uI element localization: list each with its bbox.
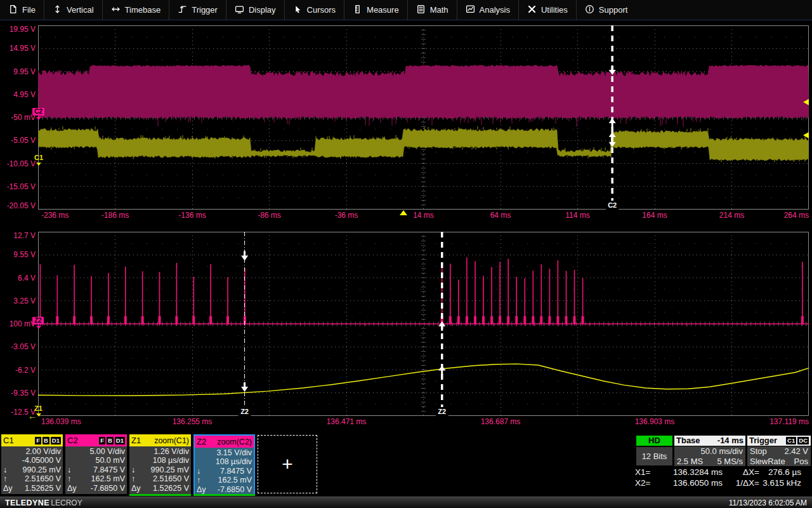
y-axis-label: 4.95 V — [0, 90, 36, 99]
zoom-grid[interactable]: Z2Z2 — [38, 232, 809, 416]
y-axis-label: 3.25 V — [0, 297, 36, 305]
hd-title: HD — [636, 436, 672, 446]
menu-item-trigger[interactable]: Trigger — [169, 0, 226, 20]
value-icon — [131, 456, 142, 465]
value-icon: ↑ — [131, 474, 142, 483]
svg-text:Z2: Z2 — [438, 408, 446, 415]
x1-value: 136.3284 ms — [659, 467, 723, 478]
channel-marker-c1[interactable]: C1 — [32, 154, 45, 161]
x-axis-label: -236 ms — [41, 211, 69, 220]
value-text: -4.05000 V — [14, 456, 61, 465]
plus-icon: + — [282, 455, 293, 474]
menu-item-label: Trigger — [192, 5, 218, 15]
trigger-type: SlewRate — [750, 457, 785, 467]
y-axis-label: -9.35 V — [0, 389, 36, 398]
status-bar: TELEDYNE LECROY 11/13/2023 6:02:05 AM — [0, 497, 812, 508]
timebase-box[interactable]: Tbase -14 ms 50.0 ms/div 2.5 MS 5 MS/s — [674, 436, 745, 466]
menu-item-label: Support — [599, 5, 628, 15]
trace-values: 5.00 V/div50.0 mV↓7.8475 V↑162.5 mVΔy-7.… — [65, 446, 127, 494]
trace-name: Z2 — [197, 437, 206, 446]
trace-subtitle: zoom(C1) — [154, 436, 189, 445]
menu-item-file[interactable]: File — [0, 0, 44, 20]
zoom-link-underline — [193, 494, 255, 496]
value-text: 1.26 V/div — [142, 447, 189, 456]
pointer-icon — [293, 4, 303, 16]
x-axis-label: 264 ms — [784, 211, 809, 220]
trace-name: Z1 — [131, 436, 141, 445]
file-icon — [8, 4, 18, 16]
trace-descriptor-c1[interactable]: C1FBD12.00 V/div-4.05000 V↓990.25 mV↑2.5… — [1, 434, 63, 494]
y-axis-label: -20.05 V — [0, 201, 36, 210]
chart-icon — [466, 4, 475, 16]
x-axis-label: 136.255 ms — [173, 417, 213, 427]
y-axis-label: 9.55 V — [0, 250, 36, 259]
invdx-value: 3.615 kHz — [759, 478, 801, 488]
cursor-readout: X1= 136.3284 ms ΔX= 276.6 µs X2= 136.605… — [635, 467, 804, 488]
menu-item-math[interactable]: Math — [407, 0, 457, 20]
channel-marker-c2[interactable]: C2 — [32, 108, 44, 116]
value-text: 108 µs/div — [207, 457, 252, 466]
menu-item-timebase[interactable]: Timebase — [102, 0, 169, 20]
x-axis-label: 214 ms — [719, 211, 744, 220]
trace-subtitle: zoom(C2) — [217, 438, 252, 446]
add-trace-box[interactable]: + — [258, 435, 317, 493]
menu-item-label: Display — [249, 5, 276, 15]
menu-item-utilities[interactable]: Utilities — [518, 0, 576, 20]
y-axis-label: 14.95 V — [0, 44, 36, 53]
trace-descriptor-z1[interactable]: Z1zoom(C1)1.26 V/div108 µs/div↓990.25 mV… — [129, 434, 191, 494]
trigger-edge-icon — [178, 4, 187, 16]
x-axis-label: 137.119 ms — [769, 417, 809, 427]
hd-resolution-box[interactable]: HD 12 Bits — [636, 436, 672, 465]
trigger-title: Trigger — [749, 436, 777, 446]
value-icon — [3, 447, 14, 456]
value-icon: Δy — [131, 484, 142, 493]
vertical-arrows-icon — [53, 4, 62, 16]
x-axis-label: 136.471 ms — [327, 417, 367, 427]
value-text: 1.52625 V — [142, 484, 189, 493]
trace-badge-b: B — [43, 437, 49, 444]
value-text: 162.5 mV — [207, 476, 252, 485]
value-text: 7.8475 V — [78, 465, 125, 474]
trace-badge-f: F — [35, 437, 41, 444]
z1-offscreen-arrow: ← — [28, 411, 37, 420]
menu-item-cursors[interactable]: Cursors — [284, 0, 344, 20]
channel-marker-arrow — [36, 326, 41, 329]
value-icon: Δy — [197, 485, 207, 494]
menu-item-label: Timebase — [125, 5, 161, 15]
datetime: 11/13/2023 6:02:05 AM — [729, 498, 807, 507]
right-edge-marker — [803, 132, 809, 138]
value-icon: ↓ — [197, 467, 207, 476]
trace-descriptor-c2[interactable]: C2FBD15.00 V/div50.0 mV↓7.8475 V↑162.5 m… — [65, 434, 127, 494]
c2-waveform — [38, 65, 809, 119]
x2-label: X2= — [635, 478, 659, 488]
trace-values: 3.15 V/div108 µs/div↓7.8475 V↑162.5 mVΔy… — [195, 448, 254, 494]
menu-item-measure[interactable]: Measure — [344, 0, 407, 20]
top-grid[interactable]: C2 — [38, 25, 809, 210]
tbase-samples: 2.5 MS — [677, 457, 703, 467]
value-icon — [67, 456, 78, 465]
y-axis-label: -50 mV — [0, 113, 36, 122]
trace-name: C2 — [67, 436, 78, 445]
value-text: -7.6850 V — [207, 485, 252, 494]
channel-marker-z2[interactable]: Z2 — [32, 317, 44, 324]
trigger-box[interactable]: Trigger C1 DC Stop 2.42 V SlewRate Pos — [747, 436, 811, 466]
menu-item-support[interactable]: Support — [576, 0, 636, 20]
menu-item-display[interactable]: Display — [226, 0, 284, 20]
x-axis-label: -86 ms — [258, 211, 281, 220]
trace-descriptor-z2[interactable]: Z2zoom(C2)3.15 V/div108 µs/div↓7.8475 V↑… — [193, 434, 255, 494]
y-axis-label: 6.4 V — [0, 274, 36, 283]
menu-item-analysis[interactable]: Analysis — [457, 0, 518, 20]
value-text: 2.51650 V — [142, 474, 189, 483]
trigger-mode: Stop — [750, 446, 767, 457]
value-icon — [197, 457, 207, 466]
trigger-time-marker[interactable] — [400, 210, 407, 215]
value-text: 5.00 V/div — [78, 447, 125, 456]
dx-value: 276.6 µs — [759, 467, 801, 478]
y-axis-label: 9.95 V — [0, 67, 36, 76]
x-axis-label: -36 ms — [335, 211, 358, 220]
menu-item-vertical[interactable]: Vertical — [44, 0, 102, 20]
y-axis-label: 12.7 V — [0, 231, 36, 240]
trace-header: Z1zoom(C1) — [129, 434, 191, 446]
menu-item-label: Cursors — [307, 5, 336, 15]
ruler-icon — [353, 4, 362, 16]
